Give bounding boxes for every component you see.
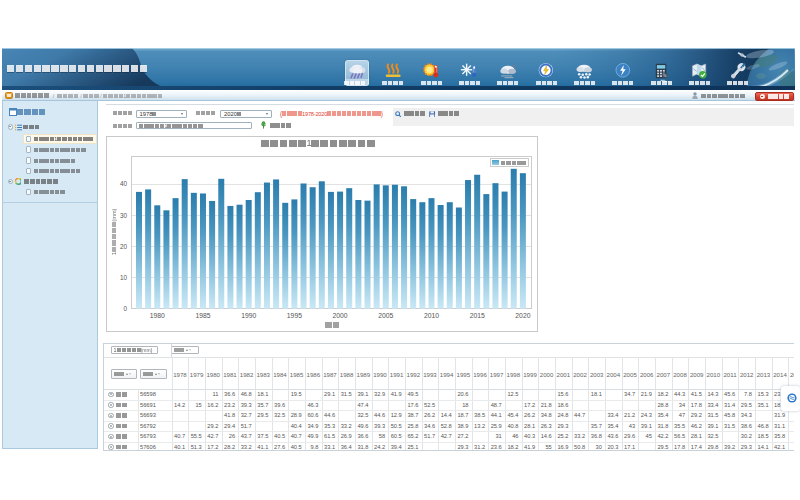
svg-text:%: % [663, 73, 667, 78]
